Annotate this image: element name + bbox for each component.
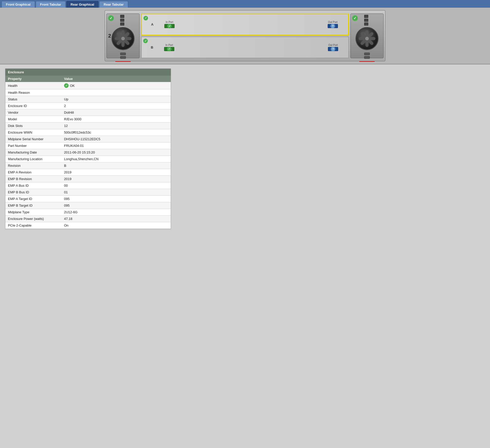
cell-value: DHSIHOU-115212EDC5 — [62, 136, 171, 143]
cell-value: 00 — [62, 182, 171, 189]
tab-rear-graphical[interactable]: Rear Graphical — [66, 1, 99, 8]
cell-property: Status — [5, 96, 62, 103]
cell-value: 2019 — [62, 176, 171, 182]
enclosure-number: 2 — [108, 33, 111, 39]
cell-value: Up — [62, 96, 171, 103]
health-ok-indicator: ✓OK — [64, 83, 168, 88]
connector-2 — [120, 19, 124, 22]
info-table: Property Value Health✓OKHealth ReasonSta… — [5, 76, 171, 229]
cell-property: Midplane Type — [5, 209, 62, 216]
out-port-a-label: Out Port — [328, 21, 337, 23]
cell-property: Manufacturing Date — [5, 149, 62, 156]
table-row: Health✓OK — [5, 82, 171, 89]
in-port-a: In Port ✓ — [164, 21, 175, 28]
left-connectors — [120, 15, 124, 26]
right-fan-hub — [365, 37, 369, 40]
table-row: EMP A Bus ID00 — [5, 182, 171, 189]
tab-bar: Front Graphical Front Tabular Rear Graph… — [0, 0, 490, 8]
in-port-b-connector[interactable]: ✓ — [164, 47, 174, 51]
cell-value: 095 — [62, 196, 171, 202]
out-port-b-question: ? — [331, 47, 335, 51]
left-fan-check-badge: ✓ — [108, 15, 114, 21]
io-row-a[interactable]: ✓ A In Port ✓ Out Port ? — [141, 14, 349, 36]
tab-front-tabular[interactable]: Front Tabular — [36, 1, 66, 8]
right-power-controls — [364, 53, 370, 59]
cell-value: R/Evo 3000 — [62, 116, 171, 123]
table-row: VendorDotHill — [5, 109, 171, 116]
in-port-b: In Port ✓ — [164, 44, 174, 51]
table-row: Enclosure Power (watts)47.18 — [5, 216, 171, 222]
health-ok-text: OK — [70, 84, 75, 88]
info-section: Enclosure Property Value Health✓OKHealth… — [0, 64, 490, 233]
right-fan-circle — [356, 27, 378, 50]
info-table-wrapper: Enclosure Property Value Health✓OKHealth… — [5, 68, 171, 229]
cell-value: 500c0ff012edc53c — [62, 129, 171, 136]
connector-3 — [120, 22, 124, 26]
table-row: EMP B Bus ID01 — [5, 189, 171, 196]
out-port-a-connector[interactable]: ? — [328, 24, 338, 28]
cell-property: Enclosure WWN — [5, 129, 62, 136]
cell-property: Enclosure Power (watts) — [5, 216, 62, 222]
power-btn-2 — [120, 56, 126, 59]
cell-property: EMP A Revision — [5, 169, 62, 176]
table-row: ModelR/Evo 3000 — [5, 116, 171, 123]
cell-value: 47.18 — [62, 216, 171, 222]
left-fan-unit: ✓ 2 — [106, 14, 140, 58]
table-row: Part NumberFRUKA04-01 — [5, 143, 171, 149]
cell-property: Vendor — [5, 109, 62, 116]
cell-property: Health Reason — [5, 89, 62, 96]
table-row: EMP A Target ID095 — [5, 196, 171, 202]
power-btn-1 — [120, 53, 126, 55]
cell-value: ✓OK — [62, 82, 171, 89]
cell-value: 2011-06-20 15:15:20 — [62, 149, 171, 156]
right-red-line — [359, 61, 375, 62]
right-connectors — [364, 15, 368, 26]
table-row: EMP B Target ID095 — [5, 202, 171, 209]
cell-value — [62, 89, 171, 96]
table-row: Midplane Serial NumberDHSIHOU-115212EDC5 — [5, 136, 171, 143]
cell-property: Enclosure ID — [5, 103, 62, 109]
health-check-icon: ✓ — [64, 83, 69, 88]
slot-b-label: B — [151, 45, 154, 49]
cell-value: On — [62, 222, 171, 229]
slot-a-label: A — [151, 22, 155, 26]
right-fan-unit: ✓ — [350, 14, 384, 58]
in-port-a-connector[interactable]: ✓ — [164, 24, 175, 28]
cell-property: EMP A Bus ID — [5, 182, 62, 189]
table-row: Enclosure ID2 — [5, 103, 171, 109]
table-row: StatusUp — [5, 96, 171, 103]
table-row: RevisionB — [5, 162, 171, 169]
col-header-property: Property — [5, 76, 62, 82]
right-power-btn-1 — [364, 53, 370, 55]
right-connector-3 — [364, 22, 368, 26]
cell-property: PCIe 2-Capable — [5, 222, 62, 229]
right-fan-check-badge: ✓ — [352, 15, 358, 21]
cell-property: Midplane Serial Number — [5, 136, 62, 143]
table-row: Manufacturing LocationLonghua,Shenzhen,C… — [5, 156, 171, 162]
cell-property: EMP B Bus ID — [5, 189, 62, 196]
table-row: Health Reason — [5, 89, 171, 96]
col-header-value: Value — [62, 76, 171, 82]
in-port-a-label: In Port — [166, 21, 173, 23]
cell-value: Longhua,Shenzhen,CN — [62, 156, 171, 162]
cell-value: 01 — [62, 189, 171, 196]
cell-property: Revision — [5, 162, 62, 169]
cell-value: 12 — [62, 123, 171, 129]
out-port-a-question: ? — [330, 24, 335, 28]
io-row-b[interactable]: ✓ B In Port ✓ Out Port ? — [141, 37, 349, 58]
connector-1 — [120, 15, 124, 18]
table-row: EMP A Revision2019 — [5, 169, 171, 176]
left-power-controls — [120, 53, 126, 59]
tab-front-graphical[interactable]: Front Graphical — [2, 1, 35, 8]
cell-property: EMP B Target ID — [5, 202, 62, 209]
left-fan-circle — [112, 27, 134, 50]
slot-b-check: ✓ — [143, 39, 148, 43]
cell-value: DotHill — [62, 109, 171, 116]
table-row: Midplane Type2U12-6G — [5, 209, 171, 216]
out-port-b-connector[interactable]: ? — [328, 47, 338, 51]
table-row: Disk Slots12 — [5, 123, 171, 129]
tab-rear-tabular[interactable]: Rear Tabular — [99, 1, 128, 8]
right-power-btn-2 — [364, 56, 370, 59]
table-row: Enclosure WWN500c0ff012edc53c — [5, 129, 171, 136]
cell-value: 2019 — [62, 169, 171, 176]
